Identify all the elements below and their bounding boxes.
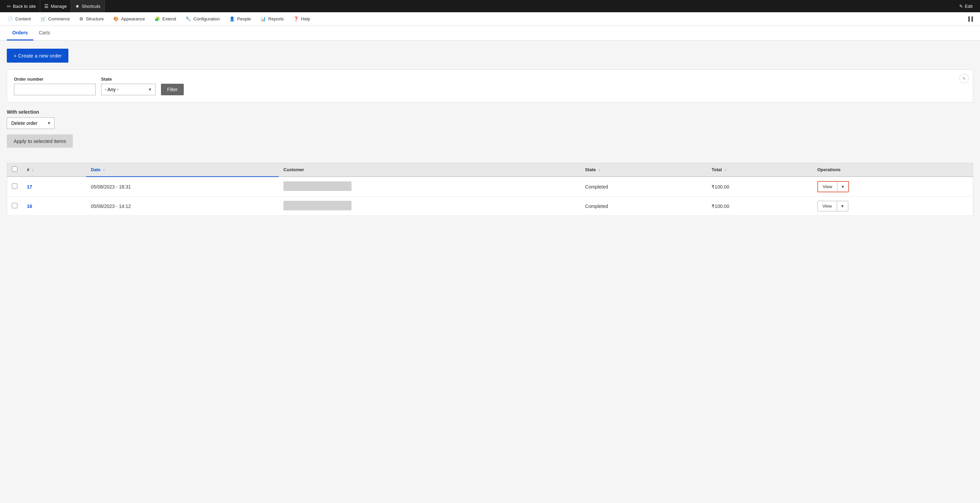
col-date[interactable]: Date ↑ — [86, 163, 279, 177]
state-label: State — [101, 76, 156, 82]
help-icon: ❓ — [293, 16, 299, 21]
filter-row: Order number State - Any - Completed Pen… — [14, 76, 966, 95]
main-content: + Create a new order ✎ Order number Stat… — [0, 40, 980, 503]
order-number-label: Order number — [14, 76, 95, 82]
pencil-filter-icon: ✎ — [962, 76, 966, 81]
nav-reports-label: Reports — [268, 16, 284, 21]
top-bar-right: ✎ Edit — [955, 0, 977, 12]
tab-orders[interactable]: Orders — [7, 26, 33, 40]
order-date-16: 05/08/2023 - 14:12 — [91, 204, 131, 209]
filter-button[interactable]: Filter — [161, 84, 184, 95]
configuration-icon: 🔧 — [185, 16, 191, 21]
view-dropdown-arrow-icon-16: ▼ — [840, 204, 845, 209]
order-date-17: 05/08/2023 - 18:31 — [91, 184, 131, 189]
admin-nav: 📄 Content 🛒 Commerce ⚙ Structure 🎨 Appea… — [0, 12, 980, 26]
create-order-button[interactable]: + Create a new order — [7, 49, 68, 63]
nav-right-icon: ▌▌ — [966, 16, 977, 21]
tab-carts[interactable]: Carts — [33, 26, 56, 40]
state-select[interactable]: - Any - Completed Pending — [101, 84, 156, 95]
delete-order-select[interactable]: Delete order — [7, 118, 54, 129]
view-button-17[interactable]: View — [818, 182, 837, 192]
nav-configuration[interactable]: 🔧 Configuration — [181, 12, 224, 25]
order-link-16[interactable]: 16 — [27, 204, 32, 209]
people-icon: 👤 — [229, 16, 235, 21]
back-to-site-button[interactable]: ⇦ Back to site — [3, 0, 40, 12]
commerce-icon: 🛒 — [40, 16, 46, 21]
appearance-icon: 🎨 — [113, 16, 119, 21]
page-tabs: Orders Carts — [0, 26, 980, 40]
pencil-icon: ✎ — [959, 4, 963, 9]
filter-box: ✎ Order number State - Any - Completed P… — [7, 69, 973, 102]
manage-button[interactable]: ☰ Manage — [40, 0, 71, 12]
order-total-17: ₹100.00 — [711, 184, 729, 189]
nav-extend[interactable]: 🧩 Extend — [150, 12, 181, 25]
content-icon: 📄 — [8, 16, 13, 21]
order-state-16: Completed — [585, 204, 608, 209]
col-number: # ↕ — [22, 163, 86, 177]
table-header: # ↕ Date ↑ Customer State ↕ Total ↕ — [7, 163, 973, 177]
customer-placeholder-17 — [283, 181, 352, 191]
nav-configuration-label: Configuration — [193, 16, 220, 21]
delete-order-wrapper: Delete order ▼ — [7, 118, 54, 129]
manage-label: Manage — [51, 4, 67, 9]
row-checkbox-16[interactable] — [12, 203, 18, 208]
top-bar: ⇦ Back to site ☰ Manage ★ Shortcuts ✎ Ed… — [0, 0, 980, 12]
view-button-16[interactable]: View — [818, 201, 837, 211]
table-row: 16 05/08/2023 - 14:12 Completed ₹100.00 — [7, 197, 973, 216]
apply-to-selected-button[interactable]: Apply to selected items — [7, 134, 73, 148]
nav-appearance[interactable]: 🎨 Appearance — [108, 12, 150, 25]
customer-placeholder-16 — [283, 201, 352, 210]
nav-structure-label: Structure — [86, 16, 104, 21]
nav-people-label: People — [237, 16, 251, 21]
edit-label: Edit — [965, 4, 972, 9]
table-row: 17 05/08/2023 - 18:31 Completed ₹100.00 — [7, 177, 973, 197]
view-dropdown-16[interactable]: ▼ — [837, 201, 848, 211]
nav-reports[interactable]: 📊 Reports — [256, 12, 288, 25]
order-total-16: ₹100.00 — [711, 204, 729, 209]
nav-appearance-label: Appearance — [121, 16, 145, 21]
extend-icon: 🧩 — [154, 16, 160, 21]
view-button-group-17: View ▼ — [817, 181, 849, 192]
state-select-wrapper: - Any - Completed Pending ▼ — [101, 84, 156, 95]
reports-icon: 📊 — [260, 16, 266, 21]
table-body: 17 05/08/2023 - 18:31 Completed ₹100.00 — [7, 177, 973, 216]
state-field: State - Any - Completed Pending ▼ — [101, 76, 156, 95]
nav-commerce-label: Commerce — [48, 16, 70, 21]
back-to-site-label: Back to site — [13, 4, 36, 9]
state-sort-icon[interactable]: ↕ — [598, 168, 601, 172]
with-selection-label: With selection — [7, 109, 973, 115]
nav-help[interactable]: ❓ Help — [288, 12, 315, 25]
orders-table: # ↕ Date ↑ Customer State ↕ Total ↕ — [7, 163, 973, 216]
order-state-17: Completed — [585, 184, 608, 189]
order-link-17[interactable]: 17 — [27, 184, 32, 189]
order-number-input[interactable] — [14, 84, 95, 95]
bars-icon: ☰ — [44, 3, 49, 9]
nav-people[interactable]: 👤 People — [224, 12, 256, 25]
order-number-field: Order number — [14, 76, 95, 95]
nav-help-label: Help — [301, 16, 310, 21]
nav-structure[interactable]: ⚙ Structure — [75, 12, 108, 25]
number-sort-icon[interactable]: ↕ — [32, 168, 34, 172]
edit-button[interactable]: ✎ Edit — [955, 0, 977, 12]
filter-edit-button[interactable]: ✎ — [959, 74, 969, 83]
sidebar-toggle-icon[interactable]: ▌▌ — [969, 16, 975, 21]
select-all-checkbox[interactable] — [12, 166, 18, 172]
view-button-group-16: View ▼ — [817, 201, 848, 211]
total-sort-icon[interactable]: ↕ — [724, 168, 727, 172]
col-total: Total ↕ — [707, 163, 812, 177]
star-icon: ★ — [75, 3, 80, 9]
shortcuts-label: Shortcuts — [82, 4, 100, 9]
nav-content[interactable]: 📄 Content — [3, 12, 36, 25]
with-selection-section: With selection Delete order ▼ — [7, 109, 973, 129]
view-dropdown-arrow-icon: ▼ — [841, 185, 845, 189]
col-customer: Customer — [279, 163, 580, 177]
nav-content-label: Content — [15, 16, 31, 21]
back-arrow-icon: ⇦ — [7, 3, 11, 9]
view-dropdown-17[interactable]: ▼ — [837, 182, 848, 192]
shortcuts-button[interactable]: ★ Shortcuts — [71, 0, 105, 12]
col-operations: Operations — [813, 163, 973, 177]
row-checkbox-17[interactable] — [12, 183, 18, 189]
structure-icon: ⚙ — [79, 16, 83, 21]
nav-commerce[interactable]: 🛒 Commerce — [36, 12, 75, 25]
col-state: State ↕ — [580, 163, 707, 177]
